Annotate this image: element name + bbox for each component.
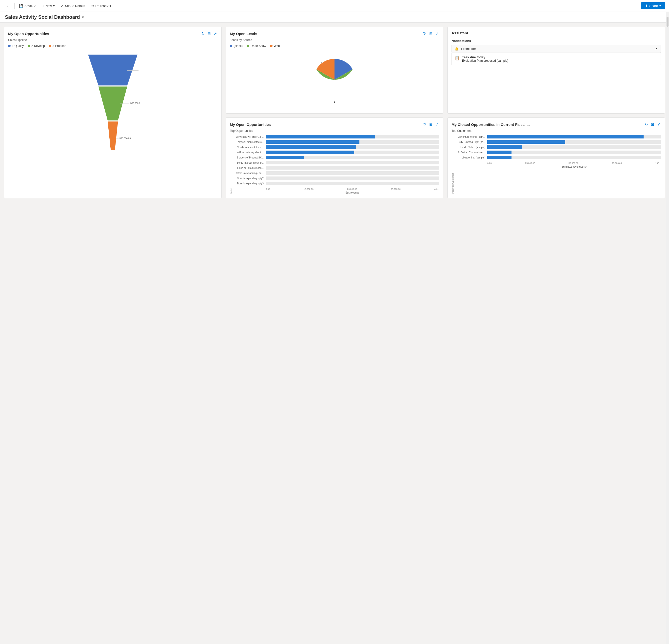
closed-subtitle: Top Customers: [452, 129, 661, 132]
reminder-header-left: 🔔 1 reminder: [455, 47, 476, 51]
scrollbar-thumb[interactable]: [667, 17, 669, 27]
legend-web: Web: [270, 44, 280, 48]
svg-text:1: 1: [346, 62, 348, 65]
assistant-title: Assistant: [452, 31, 468, 35]
pie-chart: 1 1 1: [230, 50, 439, 109]
leads-data-icon[interactable]: ⊞: [429, 31, 433, 36]
opp-data-icon[interactable]: ⊞: [207, 31, 211, 36]
opps-chart-main: Very likely will order 18 ... They sell …: [233, 135, 439, 194]
pie-svg: 1 1 1: [305, 53, 364, 107]
closed-track-2: [487, 140, 661, 144]
bar-row-7: Likes our products (sa...: [233, 166, 439, 170]
notifications-title: Notifications: [452, 39, 661, 43]
opps-bottom-title: My Open Opportunities: [230, 123, 271, 127]
bar-label-3: Needs to restock their ...: [233, 146, 266, 148]
tick-3: 30,000.00: [391, 188, 401, 190]
bar-track-1: [266, 135, 439, 139]
closed-label-3: Fourth Coffee (sample): [455, 146, 487, 148]
save-icon: 💾: [19, 4, 23, 8]
funnel-chart: $25,000.00 $55,000.00 $36,000.00: [8, 50, 217, 194]
bar-track-5: [266, 156, 439, 159]
opps-refresh-icon[interactable]: ↻: [423, 122, 427, 127]
share-button[interactable]: ⬆ Share ▾: [641, 2, 665, 9]
tick-0: 0.00: [266, 188, 270, 190]
topbar: ← 💾 Save As + New ▾ ✓ Set As Default ↻ R…: [0, 0, 669, 12]
tick-1: 10,000.00: [304, 188, 314, 190]
develop-label: 2-Develop: [31, 44, 45, 48]
open-opportunities-card: My Open Opportunities ↻ ⊞ ⤢ Sales Pipeli…: [4, 27, 222, 198]
new-button[interactable]: + New ▾: [40, 2, 57, 9]
closed-fill-5: [487, 156, 512, 159]
opp-legend: 1-Qualify 2-Develop 3-Propose: [8, 44, 217, 48]
opp-card-title: My Open Opportunities: [8, 32, 49, 36]
closed-row-5: Litware, Inc. (sample): [455, 156, 661, 159]
bar-track-7: [266, 166, 439, 170]
set-default-button[interactable]: ✓ Set As Default: [58, 2, 88, 9]
legend-tradeshow: Trade Show: [247, 44, 266, 48]
save-as-label: Save As: [25, 4, 36, 8]
open-opps-bottom-card: My Open Opportunities ↻ ⊞ ⤢ Top Opportun…: [226, 117, 443, 198]
save-as-button[interactable]: 💾 Save As: [16, 2, 39, 9]
closed-bar-chart: Adventure Works (sam... City Power & Lig…: [455, 135, 661, 194]
opp-expand-icon[interactable]: ⤢: [213, 31, 217, 36]
bar-track-6: [266, 161, 439, 164]
reminder-header[interactable]: 🔔 1 reminder ∧: [452, 45, 661, 53]
leads-card-title: My Open Leads: [230, 32, 257, 36]
bar-label-5: 6 orders of Product SK...: [233, 156, 266, 159]
svg-marker-0: [88, 55, 138, 85]
develop-dot: [28, 45, 30, 47]
opps-expand-icon[interactable]: ⤢: [435, 122, 439, 127]
closed-row-2: City Power & Light (sa...: [455, 140, 661, 144]
closed-track-1: [487, 135, 661, 139]
bar-label-2: They sell many of the s...: [233, 141, 266, 143]
closed-row-3: Fourth Coffee (sample): [455, 145, 661, 149]
bar-row-9: Store is expanding opty2: [233, 176, 439, 180]
reminder-count: 1 reminder: [461, 47, 476, 51]
reminder-content: 📋 Task due today Evaluation Plan propose…: [452, 53, 661, 65]
new-chevron[interactable]: ▾: [53, 4, 55, 8]
legend-develop: 2-Develop: [28, 44, 45, 48]
opp-refresh-icon[interactable]: ↻: [201, 31, 205, 36]
bar-fill-1: [266, 135, 375, 139]
reminder-chevron: ∧: [655, 47, 658, 51]
opps-data-icon[interactable]: ⊞: [429, 122, 433, 127]
bar-fill-3: [266, 145, 356, 149]
leads-subtitle: Leads by Source: [230, 38, 439, 42]
closed-label-2: City Power & Light (sa...: [455, 141, 487, 143]
tradeshow-label: Trade Show: [250, 44, 266, 48]
closed-data-icon[interactable]: ⊞: [651, 122, 655, 127]
card-header-leads: My Open Leads ↻ ⊞ ⤢: [230, 31, 439, 36]
scrollbar[interactable]: [666, 12, 669, 202]
closed-track-4: [487, 151, 661, 154]
closed-chart-main: Adventure Works (sam... City Power & Lig…: [455, 135, 661, 194]
legend-blank: (blank): [230, 44, 243, 48]
closed-label-5: Litware, Inc. (sample): [455, 156, 487, 159]
blank-label: (blank): [233, 44, 243, 48]
closed-opps-title: My Closed Opportunities in Current Fisca…: [452, 123, 530, 127]
task-icon: 📋: [455, 56, 460, 60]
card-header-closed: My Closed Opportunities in Current Fisca…: [452, 122, 661, 127]
bar-row-5: 6 orders of Product SK...: [233, 156, 439, 159]
opps-xaxis-ticks: 0.00 10,000.00 20,000.00 30,000.00 40,..…: [266, 188, 439, 190]
closed-track-5: [487, 156, 661, 159]
back-button[interactable]: ←: [4, 2, 12, 9]
refresh-button[interactable]: ↻ Refresh All: [89, 2, 113, 9]
leads-legend: (blank) Trade Show Web: [230, 44, 439, 48]
assistant-header: Assistant: [452, 31, 661, 35]
closed-expand-icon[interactable]: ⤢: [657, 122, 661, 127]
bell-icon: 🔔: [455, 47, 459, 51]
task-title: Task due today: [462, 55, 508, 59]
bar-track-10: [266, 182, 439, 185]
bar-track-4: [266, 151, 439, 154]
leads-refresh-icon[interactable]: ↻: [423, 31, 427, 36]
propose-dot: [49, 45, 51, 47]
bar-label-8: Store is expanding - se...: [233, 172, 266, 174]
bar-track-8: [266, 171, 439, 175]
page-title-chevron[interactable]: ▾: [82, 15, 84, 19]
web-dot: [270, 45, 272, 47]
closed-refresh-icon[interactable]: ↻: [644, 122, 649, 127]
leads-expand-icon[interactable]: ⤢: [435, 31, 439, 36]
share-chevron: ▾: [659, 4, 661, 8]
task-desc: Evaluation Plan proposed (sample): [462, 59, 508, 62]
bar-row-1: Very likely will order 18 ...: [233, 135, 439, 139]
